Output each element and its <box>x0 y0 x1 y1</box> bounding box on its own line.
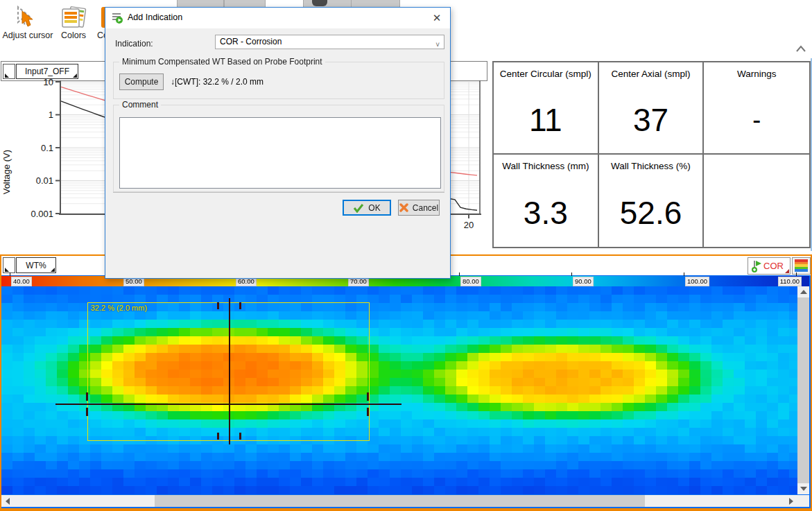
dropdown-corner-triangle-icon <box>51 268 55 272</box>
adjust-cursor-button[interactable]: Adjust cursor <box>1 6 54 44</box>
collapse-ribbon-button[interactable] <box>794 43 808 55</box>
result-value: 3.3 <box>494 178 598 247</box>
comment-groupbox-title: Comment <box>119 100 161 110</box>
dropdown-corner-triangle-icon <box>785 269 789 273</box>
horizontal-scrollbar-thumb[interactable] <box>155 495 645 507</box>
cwt-result-text: ↓[CWT]: 32.2 % / 2.0 mm <box>171 77 264 87</box>
scroll-left-arrow-icon[interactable] <box>6 498 10 505</box>
colorbar-tick-label: 110.00 <box>778 277 802 286</box>
horizontal-scrollbar[interactable] <box>1 495 797 507</box>
dialog-title: Add Indication <box>128 12 182 22</box>
colorbar-tick-label: 100.00 <box>685 277 709 286</box>
result-cell-warnings: Warnings - <box>704 62 809 155</box>
palette-stripe <box>795 269 808 272</box>
footprint-groupbox: Minimum Compensated WT Based on Probe Fo… <box>113 62 444 99</box>
footprint-groupbox-title: Minimum Compensated WT Based on Probe Fo… <box>119 57 325 67</box>
svg-text:20: 20 <box>464 220 474 230</box>
colors-label: Colors <box>54 31 93 40</box>
result-label: Wall Thickness (mm) <box>494 161 598 171</box>
vertical-scrollbar[interactable] <box>797 286 809 494</box>
ok-button-label: OK <box>368 203 380 213</box>
result-cell-wt-percent: Wall Thickness (%) 52.6 <box>599 155 705 247</box>
map-tab-list-button[interactable] <box>3 257 15 273</box>
result-label: Warnings <box>704 69 809 79</box>
check-icon <box>353 203 364 213</box>
scroll-down-arrow-icon[interactable] <box>800 487 807 491</box>
hidden-ribbon-icon <box>312 0 327 6</box>
svg-text:1: 1 <box>49 110 53 120</box>
result-value: 11 <box>494 86 598 153</box>
dialog-separator <box>113 192 444 193</box>
svg-text:0.001: 0.001 <box>31 209 53 219</box>
indication-cor-label: COR <box>763 261 784 271</box>
results-panel: Center Circular (smpl) 11 Center Axial (… <box>492 61 811 248</box>
colorbar-tick <box>796 272 797 276</box>
colorbar-tick-label: 90.00 <box>573 277 594 286</box>
result-value: 37 <box>599 86 703 153</box>
tab-wt-percent-label: WT% <box>17 261 55 270</box>
dialog-titlebar[interactable]: Add Indication ✕ <box>105 8 450 28</box>
palette-button[interactable] <box>792 257 811 275</box>
svg-text:Voltage (V): Voltage (V) <box>1 150 12 194</box>
chevron-down-icon: ˅ <box>435 38 440 51</box>
result-label: Center Circular (smpl) <box>494 69 598 79</box>
compute-button-label: Compute <box>125 77 159 87</box>
result-value: - <box>704 86 809 153</box>
indication-label: Indication: <box>115 39 153 49</box>
scrollbar-corner <box>797 495 809 507</box>
comment-groupbox: Comment <box>113 105 444 192</box>
indication-selected-value: COR - Corrosion <box>220 37 282 46</box>
comment-textarea[interactable] <box>119 117 441 189</box>
adjust-cursor-label: Adjust cursor <box>1 31 54 40</box>
ok-button[interactable]: OK <box>343 200 391 216</box>
dropdown-corner-triangle-icon <box>5 268 9 272</box>
x-icon <box>399 203 408 212</box>
colorbar-tick-label: 40.00 <box>11 277 32 286</box>
result-cell-center-circular: Center Circular (smpl) 11 <box>494 62 599 155</box>
indication-cor-button[interactable]: COR <box>748 257 791 275</box>
svg-text:0.01: 0.01 <box>36 175 53 186</box>
result-cell-empty <box>704 155 809 247</box>
wt-map-panel: WT% COR 40.0050.0060.0070.0080.0090.0010… <box>0 254 812 511</box>
compute-button[interactable]: Compute <box>119 73 164 90</box>
colors-button[interactable]: Colors <box>54 6 93 44</box>
colorbar-tick <box>459 272 460 276</box>
cancel-button[interactable]: Cancel <box>398 200 440 216</box>
scroll-up-arrow-icon[interactable] <box>800 290 807 294</box>
result-label: Center Axial (smpl) <box>599 69 703 79</box>
scroll-right-arrow-icon[interactable] <box>789 498 793 505</box>
result-label: Wall Thickness (%) <box>599 161 703 171</box>
result-cell-wt-mm: Wall Thickness (mm) 3.3 <box>494 155 599 247</box>
colors-icon <box>60 6 87 29</box>
colorbar-tick-label: 80.00 <box>460 277 481 286</box>
svg-text:0.1: 0.1 <box>41 143 53 153</box>
indication-flag-icon <box>750 259 764 273</box>
tab-wt-percent[interactable]: WT% <box>16 257 56 273</box>
chevron-up-icon <box>794 43 808 55</box>
colorbar-tick <box>10 272 10 276</box>
wt-heatmap-canvas[interactable] <box>1 286 797 494</box>
indication-select[interactable]: COR - Corrosion ˅ <box>215 35 444 49</box>
svg-text:10: 10 <box>44 77 53 87</box>
colorbar-tick <box>571 272 572 276</box>
add-indication-icon <box>112 12 124 24</box>
vertical-scrollbar-thumb[interactable] <box>797 297 809 483</box>
colorbar-tick <box>684 272 684 276</box>
dialog-close-button[interactable]: ✕ <box>428 10 446 26</box>
add-indication-dialog: Add Indication ✕ Indication: COR - Corro… <box>105 7 451 279</box>
adjust-cursor-icon <box>12 6 43 29</box>
cancel-button-label: Cancel <box>413 203 438 213</box>
result-cell-center-axial: Center Axial (smpl) 37 <box>599 62 705 155</box>
result-value: 52.6 <box>599 178 703 247</box>
close-icon: ✕ <box>433 12 442 24</box>
